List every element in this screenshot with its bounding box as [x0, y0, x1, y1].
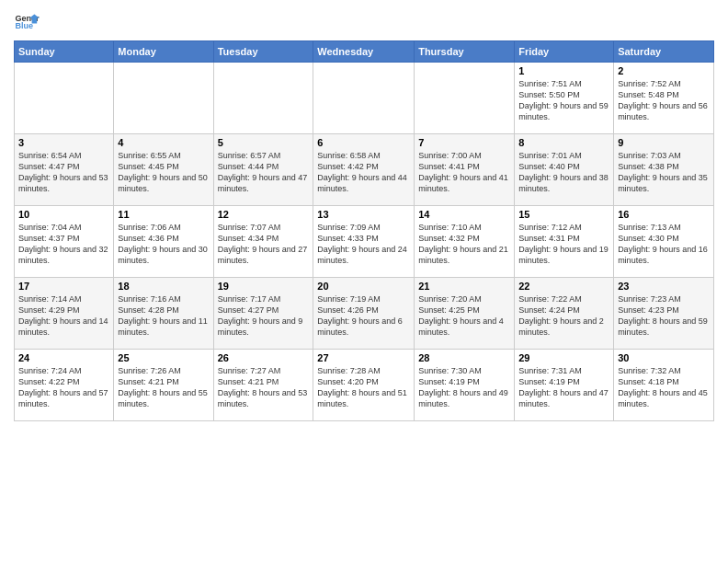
calendar-header-friday: Friday — [515, 41, 614, 63]
calendar-cell — [415, 63, 515, 134]
calendar-cell: 7Sunrise: 7:00 AM Sunset: 4:41 PM Daylig… — [415, 134, 515, 206]
logo: General Blue — [14, 9, 43, 35]
day-number: 13 — [317, 209, 410, 220]
day-number: 14 — [418, 209, 510, 220]
calendar-cell: 26Sunrise: 7:27 AM Sunset: 4:21 PM Dayli… — [213, 350, 313, 421]
day-info: Sunrise: 7:14 AM Sunset: 4:29 PM Dayligh… — [18, 293, 109, 339]
calendar-cell — [114, 63, 213, 134]
calendar-cell: 13Sunrise: 7:09 AM Sunset: 4:33 PM Dayli… — [313, 206, 415, 278]
day-info: Sunrise: 6:58 AM Sunset: 4:42 PM Dayligh… — [317, 150, 410, 195]
day-number: 5 — [218, 137, 310, 148]
page-container: General Blue SundayMondayTuesdayWednesda… — [0, 0, 728, 431]
day-number: 3 — [18, 137, 109, 148]
calendar-cell: 21Sunrise: 7:20 AM Sunset: 4:25 PM Dayli… — [415, 278, 515, 350]
calendar-cell — [213, 63, 313, 134]
calendar-header-row: SundayMondayTuesdayWednesdayThursdayFrid… — [15, 41, 714, 63]
day-info: Sunrise: 7:28 AM Sunset: 4:20 PM Dayligh… — [317, 365, 410, 410]
day-number: 9 — [618, 137, 710, 148]
day-number: 22 — [518, 281, 609, 292]
calendar-cell: 4Sunrise: 6:55 AM Sunset: 4:45 PM Daylig… — [114, 134, 213, 206]
day-info: Sunrise: 7:22 AM Sunset: 4:24 PM Dayligh… — [518, 293, 609, 339]
day-number: 7 — [418, 137, 510, 148]
day-number: 21 — [418, 281, 510, 292]
calendar-cell: 30Sunrise: 7:32 AM Sunset: 4:18 PM Dayli… — [614, 350, 714, 421]
calendar-header-saturday: Saturday — [614, 41, 714, 63]
day-number: 17 — [18, 281, 109, 292]
calendar-header-thursday: Thursday — [415, 41, 515, 63]
day-info: Sunrise: 7:03 AM Sunset: 4:38 PM Dayligh… — [618, 150, 710, 195]
calendar-week-3: 17Sunrise: 7:14 AM Sunset: 4:29 PM Dayli… — [15, 278, 714, 350]
logo-icon: General Blue — [14, 9, 40, 35]
day-number: 1 — [518, 65, 609, 76]
day-info: Sunrise: 6:55 AM Sunset: 4:45 PM Dayligh… — [118, 150, 209, 195]
calendar-header-monday: Monday — [114, 41, 213, 63]
day-number: 25 — [118, 352, 209, 363]
day-info: Sunrise: 7:16 AM Sunset: 4:28 PM Dayligh… — [118, 293, 209, 339]
day-number: 20 — [317, 281, 410, 292]
calendar-cell: 5Sunrise: 6:57 AM Sunset: 4:44 PM Daylig… — [213, 134, 313, 206]
day-info: Sunrise: 7:00 AM Sunset: 4:41 PM Dayligh… — [418, 150, 510, 195]
day-info: Sunrise: 7:23 AM Sunset: 4:23 PM Dayligh… — [618, 293, 710, 339]
day-info: Sunrise: 7:52 AM Sunset: 5:48 PM Dayligh… — [618, 78, 710, 123]
calendar-cell: 19Sunrise: 7:17 AM Sunset: 4:27 PM Dayli… — [213, 278, 313, 350]
calendar-cell: 20Sunrise: 7:19 AM Sunset: 4:26 PM Dayli… — [313, 278, 415, 350]
calendar-cell — [313, 63, 415, 134]
calendar-header-sunday: Sunday — [15, 41, 114, 63]
day-number: 18 — [118, 281, 209, 292]
day-number: 28 — [418, 352, 510, 363]
day-info: Sunrise: 7:10 AM Sunset: 4:32 PM Dayligh… — [418, 222, 510, 267]
day-info: Sunrise: 7:09 AM Sunset: 4:33 PM Dayligh… — [317, 222, 410, 267]
day-info: Sunrise: 7:27 AM Sunset: 4:21 PM Dayligh… — [218, 365, 310, 410]
day-number: 12 — [218, 209, 310, 220]
calendar-cell: 23Sunrise: 7:23 AM Sunset: 4:23 PM Dayli… — [614, 278, 714, 350]
day-info: Sunrise: 7:17 AM Sunset: 4:27 PM Dayligh… — [218, 293, 310, 339]
day-number: 29 — [518, 352, 609, 363]
day-number: 4 — [118, 137, 209, 148]
calendar-cell: 3Sunrise: 6:54 AM Sunset: 4:47 PM Daylig… — [15, 134, 114, 206]
day-info: Sunrise: 7:32 AM Sunset: 4:18 PM Dayligh… — [618, 365, 710, 410]
day-info: Sunrise: 7:06 AM Sunset: 4:36 PM Dayligh… — [118, 222, 209, 267]
calendar-cell: 12Sunrise: 7:07 AM Sunset: 4:34 PM Dayli… — [213, 206, 313, 278]
calendar-cell: 27Sunrise: 7:28 AM Sunset: 4:20 PM Dayli… — [313, 350, 415, 421]
day-info: Sunrise: 7:20 AM Sunset: 4:25 PM Dayligh… — [418, 293, 510, 339]
day-info: Sunrise: 7:01 AM Sunset: 4:40 PM Dayligh… — [518, 150, 609, 195]
day-number: 24 — [18, 352, 109, 363]
calendar-cell: 8Sunrise: 7:01 AM Sunset: 4:40 PM Daylig… — [515, 134, 614, 206]
calendar-week-2: 10Sunrise: 7:04 AM Sunset: 4:37 PM Dayli… — [15, 206, 714, 278]
calendar-cell: 10Sunrise: 7:04 AM Sunset: 4:37 PM Dayli… — [15, 206, 114, 278]
day-number: 19 — [218, 281, 310, 292]
calendar-cell: 6Sunrise: 6:58 AM Sunset: 4:42 PM Daylig… — [313, 134, 415, 206]
svg-text:Blue: Blue — [15, 21, 33, 30]
day-number: 16 — [618, 209, 710, 220]
day-info: Sunrise: 7:30 AM Sunset: 4:19 PM Dayligh… — [418, 365, 510, 410]
day-number: 30 — [618, 352, 710, 363]
day-number: 10 — [18, 209, 109, 220]
day-number: 27 — [317, 352, 410, 363]
calendar-cell: 17Sunrise: 7:14 AM Sunset: 4:29 PM Dayli… — [15, 278, 114, 350]
day-info: Sunrise: 7:19 AM Sunset: 4:26 PM Dayligh… — [317, 293, 410, 339]
calendar-cell: 29Sunrise: 7:31 AM Sunset: 4:19 PM Dayli… — [515, 350, 614, 421]
day-number: 8 — [518, 137, 609, 148]
calendar-header-wednesday: Wednesday — [313, 41, 415, 63]
calendar-cell: 24Sunrise: 7:24 AM Sunset: 4:22 PM Dayli… — [15, 350, 114, 421]
header: General Blue — [14, 9, 714, 35]
calendar-header-tuesday: Tuesday — [213, 41, 313, 63]
day-info: Sunrise: 7:31 AM Sunset: 4:19 PM Dayligh… — [518, 365, 609, 410]
day-number: 23 — [618, 281, 710, 292]
calendar-week-4: 24Sunrise: 7:24 AM Sunset: 4:22 PM Dayli… — [15, 350, 714, 421]
calendar-cell: 18Sunrise: 7:16 AM Sunset: 4:28 PM Dayli… — [114, 278, 213, 350]
day-info: Sunrise: 7:07 AM Sunset: 4:34 PM Dayligh… — [218, 222, 310, 267]
day-info: Sunrise: 7:13 AM Sunset: 4:30 PM Dayligh… — [618, 222, 710, 267]
calendar-cell — [15, 63, 114, 134]
day-number: 26 — [218, 352, 310, 363]
calendar-cell: 1Sunrise: 7:51 AM Sunset: 5:50 PM Daylig… — [515, 63, 614, 134]
day-number: 11 — [118, 209, 209, 220]
day-info: Sunrise: 6:57 AM Sunset: 4:44 PM Dayligh… — [218, 150, 310, 195]
day-info: Sunrise: 7:04 AM Sunset: 4:37 PM Dayligh… — [18, 222, 109, 267]
calendar-week-0: 1Sunrise: 7:51 AM Sunset: 5:50 PM Daylig… — [15, 63, 714, 134]
calendar-cell: 14Sunrise: 7:10 AM Sunset: 4:32 PM Dayli… — [415, 206, 515, 278]
calendar-cell: 28Sunrise: 7:30 AM Sunset: 4:19 PM Dayli… — [415, 350, 515, 421]
calendar-cell: 2Sunrise: 7:52 AM Sunset: 5:48 PM Daylig… — [614, 63, 714, 134]
day-number: 2 — [618, 65, 710, 76]
calendar-table: SundayMondayTuesdayWednesdayThursdayFrid… — [14, 40, 714, 421]
